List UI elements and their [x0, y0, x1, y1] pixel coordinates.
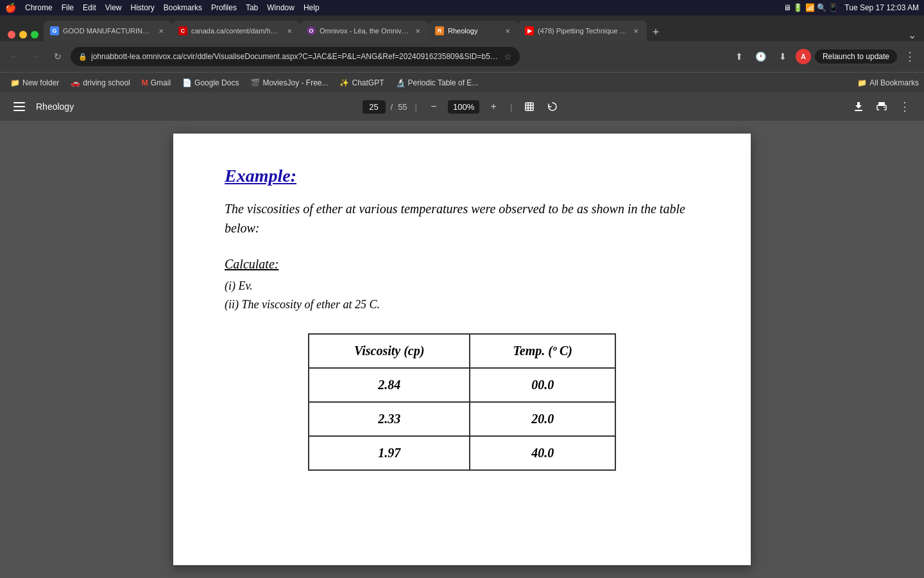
zoom-in-button[interactable]: + — [484, 98, 502, 116]
bookmark-label-driving: driving school — [83, 78, 130, 87]
tab-favicon-4: R — [435, 26, 444, 35]
table-cell-temp-1: 00.0 — [470, 368, 615, 402]
pdf-toolbar: Rheology 25 / 55 | − 100% + | — [0, 92, 924, 121]
profile-avatar[interactable]: A — [796, 49, 811, 64]
back-button[interactable]: ← — [5, 48, 23, 66]
more-options-icon[interactable]: ⋮ — [901, 48, 919, 66]
bookmarks-folder-icon: 📁 — [857, 78, 867, 87]
menu-help[interactable]: Help — [304, 3, 320, 12]
close-window-button[interactable] — [8, 31, 15, 39]
bookmark-label-new-folder: New folder — [22, 78, 59, 87]
moviesjoy-icon: 🎬 — [250, 78, 260, 87]
tab-title-2: canada.ca/content/dam/hc-s... — [191, 27, 281, 35]
tab-favicon-1: G — [50, 26, 59, 35]
calculate-heading: Calculate: — [225, 257, 699, 272]
table-header-temp: Temp. (º C) — [470, 334, 615, 368]
folder-icon: 📁 — [10, 78, 20, 87]
tab-close-2[interactable]: ✕ — [285, 26, 294, 35]
minimize-window-button[interactable] — [19, 31, 27, 39]
menu-view[interactable]: View — [105, 3, 122, 12]
new-tab-button[interactable]: + — [647, 23, 665, 41]
tabbar: G GOOD MANUFACTURING PR... ✕ C canada.ca… — [0, 15, 924, 41]
tab-good-manufacturing[interactable]: G GOOD MANUFACTURING PR... ✕ — [44, 21, 172, 41]
tab-favicon-3: O — [307, 26, 316, 35]
bookmark-label-docs: Google Docs — [194, 78, 239, 87]
pdf-page: Example: The viscosities of ether at var… — [173, 134, 751, 565]
bookmark-driving-school[interactable]: 🚗 driving school — [65, 76, 135, 89]
bookmark-moviesjoy[interactable]: 🎬 MoviesJoy - Free... — [245, 76, 333, 89]
page-number-input[interactable]: 25 — [363, 100, 386, 114]
pdf-title: Rheology — [36, 101, 74, 112]
svg-rect-12 — [879, 108, 884, 110]
menu-chrome[interactable]: Chrome — [25, 3, 53, 12]
tab-title-4: Rheology — [448, 27, 499, 35]
tab-rheology[interactable]: R Rheology ✕ — [429, 21, 518, 41]
address-actions: ⬆ 🕐 ⬇ A Relaunch to update ⋮ — [730, 48, 919, 66]
menu-tab[interactable]: Tab — [246, 3, 258, 12]
bookmark-google-docs[interactable]: 📄 Google Docs — [177, 76, 244, 89]
table-cell-viscosity-3: 1.97 — [309, 436, 470, 470]
docs-icon: 📄 — [182, 78, 192, 87]
pdf-download-button[interactable] — [850, 98, 868, 116]
bookmark-new-folder[interactable]: 📁 New folder — [5, 76, 64, 89]
svg-point-13 — [884, 107, 885, 108]
tab-favicon-5: ▶ — [525, 26, 534, 35]
tab-canada[interactable]: C canada.ca/content/dam/hc-s... ✕ — [172, 21, 300, 41]
zoom-out-button[interactable]: − — [425, 98, 443, 116]
table-header-viscosity: Viscosity (cp) — [309, 334, 470, 368]
tab-close-3[interactable]: ✕ — [413, 26, 422, 35]
reload-button[interactable]: ↻ — [49, 48, 67, 66]
bookmark-gmail[interactable]: M Gmail — [137, 76, 176, 89]
menu-bookmarks[interactable]: Bookmarks — [164, 3, 202, 12]
viscosity-table: Viscosity (cp) Temp. (º C) 2.84 00.0 2.3… — [308, 333, 616, 471]
svg-rect-8 — [855, 110, 862, 111]
calc-item-2: (ii) The viscosity of ether at 25 C. — [225, 295, 699, 314]
periodic-table-icon: 🔬 — [396, 78, 406, 87]
apple-menu[interactable]: 🍎 — [5, 3, 16, 13]
all-bookmarks[interactable]: 📁 All Bookmarks — [857, 78, 919, 87]
bookmark-label-gmail: Gmail — [151, 78, 171, 87]
chatgpt-icon: ✨ — [339, 78, 349, 87]
maximize-window-button[interactable] — [31, 31, 38, 39]
download-icon[interactable]: ⬇ — [774, 48, 792, 66]
bookmark-periodic-table[interactable]: 🔬 Periodic Table of E... — [391, 76, 484, 89]
pdf-print-button[interactable] — [873, 98, 891, 116]
nav-separator-2: | — [510, 102, 512, 112]
relaunch-button[interactable]: Relaunch to update — [815, 49, 897, 64]
bookmarks-bar: 📁 New folder 🚗 driving school M Gmail 📄 … — [0, 72, 924, 92]
fit-page-button[interactable] — [520, 98, 538, 116]
rotate-button[interactable] — [543, 98, 561, 116]
forward-button[interactable]: → — [27, 48, 45, 66]
tab-close-4[interactable]: ✕ — [503, 26, 512, 35]
table-cell-viscosity-2: 2.33 — [309, 402, 470, 436]
menu-file[interactable]: File — [62, 3, 74, 12]
pdf-content-area[interactable]: Example: The viscosities of ether at var… — [0, 121, 924, 578]
svg-rect-3 — [526, 103, 533, 110]
menu-edit[interactable]: Edit — [83, 3, 96, 12]
tab-bar-menu[interactable]: ⌄ — [908, 29, 916, 41]
pdf-menu-button[interactable] — [10, 98, 28, 116]
tab-omnivox[interactable]: O Omnivox - Léa, the Omnivox ... ✕ — [300, 21, 429, 41]
tab-close-5[interactable]: ✕ — [631, 26, 640, 35]
menu-window[interactable]: Window — [267, 3, 295, 12]
table-cell-temp-2: 20.0 — [470, 402, 615, 436]
description-text: The viscosities of ether at various temp… — [225, 199, 699, 238]
menu-history[interactable]: History — [131, 3, 155, 12]
share-icon[interactable]: ⬆ — [730, 48, 748, 66]
table-row: 1.97 40.0 — [309, 436, 615, 470]
menubar: 🍎 GOOD MANUFACTURING PR... Chrome File E… — [0, 0, 924, 15]
star-icon[interactable]: ☆ — [504, 51, 512, 62]
bookmark-chatgpt[interactable]: ✨ ChatGPT — [334, 76, 389, 89]
tab-close-1[interactable]: ✕ — [157, 26, 166, 35]
address-bar[interactable]: 🔒 johnabbott-lea.omnivox.ca/cvir/ddle/Vi… — [71, 47, 520, 66]
tab-youtube-pipetting[interactable]: ▶ (478) Pipetting Technique - Y... ✕ — [518, 21, 647, 41]
pdf-more-button[interactable]: ⋮ — [896, 98, 914, 116]
tab-title-3: Omnivox - Léa, the Omnivox ... — [320, 27, 409, 35]
menu-profiles[interactable]: Profiles — [211, 3, 237, 12]
table-cell-temp-3: 40.0 — [470, 436, 615, 470]
zoom-level: 100% — [448, 100, 479, 114]
history-icon[interactable]: 🕐 — [752, 48, 770, 66]
all-bookmarks-label: All Bookmarks — [869, 78, 919, 87]
svg-rect-2 — [13, 110, 25, 111]
pdf-navigation: 25 / 55 | − 100% + | — [363, 98, 561, 116]
